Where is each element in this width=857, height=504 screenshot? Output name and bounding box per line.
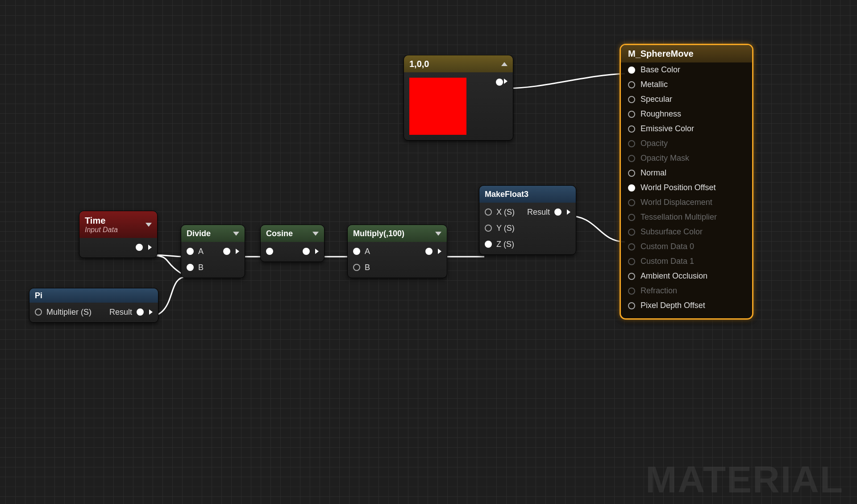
input-pin-x[interactable]	[485, 208, 492, 216]
output-pin-result[interactable]	[554, 208, 562, 216]
node-material-output[interactable]: M_SphereMove Base ColorMetallicSpecularR…	[620, 44, 753, 320]
material-pin-label: Refraction	[641, 286, 677, 296]
color-preview-swatch[interactable]	[409, 78, 466, 135]
material-input-pin[interactable]	[628, 81, 635, 88]
node-divide[interactable]: Divide A B	[181, 225, 245, 278]
material-pin-row[interactable]: Pixel Depth Offset	[621, 298, 752, 313]
material-input-pin	[628, 258, 635, 265]
material-input-pin[interactable]	[628, 302, 635, 309]
node-header[interactable]: Cosine	[261, 225, 324, 242]
output-pin[interactable]	[223, 248, 230, 255]
material-pin-label: Custom Data 0	[641, 242, 694, 251]
expand-icon[interactable]	[312, 232, 319, 236]
input-pin-b[interactable]	[187, 264, 194, 271]
input-label-b: B	[365, 263, 370, 272]
node-header[interactable]: MakeFloat3	[479, 186, 576, 203]
material-pin-label: Normal	[641, 168, 666, 178]
output-arrow-icon	[236, 249, 239, 254]
input-label-a: A	[198, 247, 204, 256]
material-pin-row[interactable]: Normal	[621, 166, 752, 180]
output-arrow-icon	[567, 209, 570, 215]
node-header[interactable]: Time Input Data	[79, 211, 157, 238]
node-title: Multiply(,100)	[353, 229, 404, 238]
input-label-y: Y (S)	[496, 224, 515, 233]
material-pin-row[interactable]: World Position Offset	[621, 180, 752, 195]
material-pin-row[interactable]: Metallic	[621, 77, 752, 92]
material-input-pin	[628, 214, 635, 221]
material-input-pin[interactable]	[628, 125, 635, 133]
input-pin-b[interactable]	[353, 264, 360, 271]
node-multiply[interactable]: Multiply(,100) A B	[347, 225, 447, 278]
node-header[interactable]: Pi	[29, 288, 158, 303]
material-input-pin	[628, 155, 635, 162]
input-pin-a[interactable]	[187, 248, 194, 255]
material-pin-row[interactable]: Emissive Color	[621, 121, 752, 136]
material-input-pin[interactable]	[628, 67, 635, 74]
material-input-pin	[628, 199, 635, 206]
expand-icon[interactable]	[435, 232, 441, 236]
material-pin-row[interactable]: Ambient Occlusion	[621, 269, 752, 283]
material-pin-label: Custom Data 1	[641, 257, 694, 266]
output-arrow-icon	[315, 249, 319, 254]
node-graph-canvas[interactable]: 1,0,0 Time Input Data Pi	[0, 0, 857, 504]
output-pin-result[interactable]	[137, 308, 144, 316]
material-pin-label: World Position Offset	[641, 183, 716, 192]
material-pin-row[interactable]: Base Color	[621, 62, 752, 77]
output-pin[interactable]	[303, 248, 310, 255]
material-pin-row: Subsurface Color	[621, 225, 752, 239]
input-pin-y[interactable]	[485, 225, 492, 232]
material-pin-label: World Displacement	[641, 198, 712, 207]
output-pin[interactable]	[136, 244, 143, 251]
material-input-pin	[628, 229, 635, 236]
material-input-pin[interactable]	[628, 273, 635, 280]
input-pin-z[interactable]	[485, 241, 492, 248]
node-constant3vector[interactable]: 1,0,0	[404, 55, 513, 141]
input-label-z: Z (S)	[496, 240, 514, 249]
material-pin-row[interactable]: Roughness	[621, 107, 752, 121]
node-title: Cosine	[266, 229, 293, 238]
input-pin[interactable]	[266, 248, 273, 255]
node-title: Time	[85, 216, 118, 226]
material-pin-row: Refraction	[621, 283, 752, 298]
output-pin[interactable]	[425, 248, 433, 255]
output-arrow-icon	[504, 79, 508, 84]
expand-icon[interactable]	[146, 223, 152, 227]
material-input-pin	[628, 287, 635, 295]
material-input-pin[interactable]	[628, 184, 635, 192]
output-pin[interactable]	[496, 79, 503, 86]
material-pin-row: World Displacement	[621, 195, 752, 210]
expand-icon[interactable]	[233, 232, 239, 236]
node-header[interactable]: 1,0,0	[404, 55, 513, 72]
material-pin-row: Tessellation Multiplier	[621, 210, 752, 225]
node-makefloat3[interactable]: MakeFloat3 X (S) Result Y (S) Z (S)	[479, 185, 576, 255]
collapse-icon[interactable]	[501, 62, 508, 66]
editor-watermark: MATERIAL	[645, 458, 844, 501]
material-pin-row: Opacity Mask	[621, 151, 752, 166]
material-input-pin[interactable]	[628, 96, 635, 103]
input-label-a: A	[365, 247, 370, 256]
material-pin-label: Subsurface Color	[641, 227, 703, 237]
material-pin-label: Base Color	[641, 65, 680, 75]
node-title: Divide	[187, 229, 211, 238]
material-pin-label: Ambient Occlusion	[641, 271, 707, 281]
input-pin-a[interactable]	[353, 248, 360, 255]
node-header[interactable]: Divide	[181, 225, 245, 242]
material-node-title[interactable]: M_SphereMove	[621, 45, 752, 62]
material-pin-row: Custom Data 0	[621, 239, 752, 254]
node-pi[interactable]: Pi Multiplier (S) Result	[29, 288, 158, 323]
material-input-pin[interactable]	[628, 170, 635, 177]
material-pin-row: Opacity	[621, 136, 752, 151]
input-label: Multiplier (S)	[46, 308, 92, 317]
input-label-b: B	[198, 263, 204, 272]
node-header[interactable]: Multiply(,100)	[348, 225, 447, 242]
material-input-pin[interactable]	[628, 111, 635, 118]
node-cosine[interactable]: Cosine	[260, 225, 324, 262]
output-arrow-icon	[148, 245, 152, 250]
node-time[interactable]: Time Input Data	[79, 211, 158, 258]
input-pin-multiplier[interactable]	[35, 308, 42, 316]
material-pin-label: Pixel Depth Offset	[641, 301, 705, 310]
material-pin-row[interactable]: Specular	[621, 92, 752, 107]
node-subtitle: Input Data	[85, 226, 118, 234]
material-pin-label: Tessellation Multiplier	[641, 212, 717, 222]
material-pin-label: Specular	[641, 95, 672, 104]
